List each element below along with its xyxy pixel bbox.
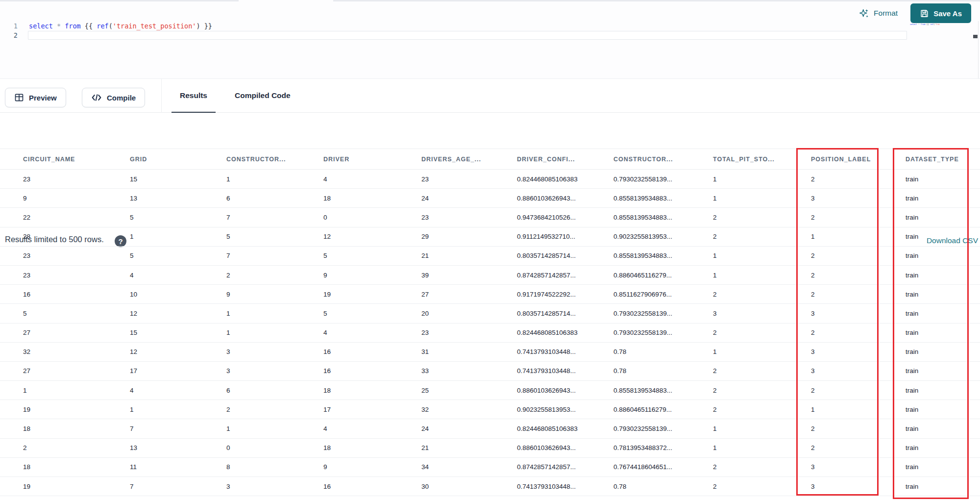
table-cell: 0.8511627906976... (590, 285, 690, 304)
table-cell: 17 (107, 361, 203, 380)
minimap-handle[interactable] (973, 35, 978, 38)
table-cell: 1 (0, 381, 107, 400)
table-cell: 0.9112149532710... (494, 227, 590, 246)
table-cell: 0.8035714285714... (494, 304, 590, 323)
table-cell: train (882, 189, 980, 208)
table-cell: 2 (690, 477, 788, 496)
table-cell: 0.7413793103448... (494, 477, 590, 496)
table-row: 51215200.8035714285714...0.7930232558139… (0, 304, 980, 323)
save-icon (920, 9, 929, 18)
sql-token: 'train_test_position' (935, 23, 939, 25)
table-cell: 9 (203, 285, 300, 304)
table-cell: 0.9023255813953... (494, 400, 590, 419)
table-cell: 19 (0, 477, 107, 496)
table-cell: 39 (398, 265, 494, 284)
table-cell: train (882, 208, 980, 227)
table-row: 191217320.9023255813953...0.886046511627… (0, 400, 980, 419)
table-cell: 2 (690, 381, 788, 400)
table-cell: train (882, 170, 980, 189)
table-cell: 1 (788, 227, 882, 246)
table-cell: 2 (690, 361, 788, 380)
table-cell: 4 (300, 323, 398, 342)
save-as-button[interactable]: Save As (910, 3, 971, 23)
table-row: 197316300.7413793103448...0.7823train (0, 477, 980, 496)
table-cell: 23 (398, 323, 494, 342)
table-cell: 0.9023255813953... (590, 227, 690, 246)
table-cell: 8 (203, 457, 300, 476)
table-cell: 0.8742857142857... (494, 265, 590, 284)
table-cell: 0.78 (590, 477, 690, 496)
table-cell: 5 (300, 246, 398, 265)
table-cell: 29 (398, 227, 494, 246)
table-cell: 0.9171974522292... (494, 285, 590, 304)
table-cell: 0.7413793103448... (494, 342, 590, 361)
minimap-border (978, 21, 979, 79)
compile-button[interactable]: Compile (82, 88, 145, 107)
table-cell: train (882, 323, 980, 342)
table-cell: 0.8558139534883... (590, 381, 690, 400)
table-cell: 0.824468085106383 (494, 419, 590, 438)
column-header: TOTAL_PIT_STO... (690, 149, 788, 170)
table-cell: 23 (398, 170, 494, 189)
table-cell: 5 (203, 227, 300, 246)
table-cell: 1 (203, 323, 300, 342)
column-header: DATASET_TYPE (882, 149, 980, 170)
table-cell: 2 (788, 419, 882, 438)
table-cell: 1 (690, 170, 788, 189)
table-cell: train (882, 285, 980, 304)
active-line-highlight[interactable] (28, 31, 907, 40)
table-cell: train (882, 381, 980, 400)
tab-results[interactable]: Results (172, 79, 216, 113)
table-cell: 0.8860465116279... (590, 265, 690, 284)
table-cell: 7 (107, 477, 203, 496)
table-cell: 0.78 (590, 342, 690, 361)
table-cell: 16 (300, 342, 398, 361)
table-row: 22570230.9473684210526...0.8558139534883… (0, 208, 980, 227)
table-cell: 3 (788, 342, 882, 361)
sparkles-icon (859, 8, 869, 19)
sql-token: from (65, 22, 81, 30)
table-cell: 0.78 (590, 361, 690, 380)
sql-code-line[interactable]: select * from {{ ref('train_test_positio… (29, 22, 212, 30)
table-cell: 3 (788, 477, 882, 496)
table-cell: 2 (788, 246, 882, 265)
table-cell: 9 (300, 265, 398, 284)
table-cell: 2 (788, 265, 882, 284)
editor-minimap[interactable]: select * from {{ ref('train_test_positio… (910, 23, 939, 25)
table-cell: 28 (0, 227, 107, 246)
table-cell: train (882, 457, 980, 476)
sql-token (61, 22, 65, 30)
preview-button[interactable]: Preview (5, 88, 66, 107)
sql-token: * (57, 22, 61, 30)
results-table-wrap: CIRCUIT_NAMEGRIDCONSTRUCTOR...DRIVERDRIV… (0, 149, 980, 496)
table-cell: 1 (788, 400, 882, 419)
table-cell: 1 (203, 304, 300, 323)
table-cell: 16 (0, 285, 107, 304)
table-cell: 9 (0, 189, 107, 208)
table-cell: 18 (0, 419, 107, 438)
table-cell: train (882, 438, 980, 457)
table-cell: 2 (788, 285, 882, 304)
table-cell: 0.824468085106383 (494, 170, 590, 189)
table-cell: train (882, 342, 980, 361)
table-cell: 2 (788, 208, 882, 227)
editor-toolbar: Format Save As (859, 2, 971, 24)
table-cell: 19 (300, 285, 398, 304)
table-cell: 30 (398, 477, 494, 496)
sql-editor-panel[interactable]: Format Save As 1 2 select * from {{ ref(… (0, 1, 980, 78)
table-cell: 2 (0, 438, 107, 457)
table-cell: 12 (300, 227, 398, 246)
table-cell: 9 (300, 457, 398, 476)
sql-token: select (29, 22, 53, 30)
tab-compiled-code[interactable]: Compiled Code (226, 79, 299, 113)
sql-token (53, 22, 57, 30)
table-cell: 1 (690, 246, 788, 265)
table-cell: 25 (398, 381, 494, 400)
table-cell: 23 (0, 246, 107, 265)
format-button[interactable]: Format (859, 8, 898, 19)
table-cell: 2 (690, 457, 788, 476)
table-cell: 32 (0, 342, 107, 361)
table-cell: 17 (300, 400, 398, 419)
table-cell: 0 (203, 438, 300, 457)
table-cell: 1 (107, 400, 203, 419)
